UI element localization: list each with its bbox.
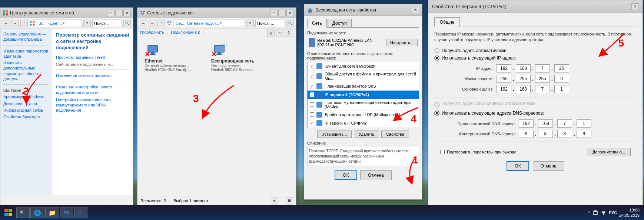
ip-o3[interactable]: 7 [535,64,550,72]
taskbar-item-explorer[interactable]: 📁 [45,207,59,218]
component-file-sharing[interactable]: Общий доступ к файлам и принтерам для се… [308,71,419,82]
checkbox-ms-client[interactable] [310,64,314,68]
close-btn-1[interactable]: ✕ [123,10,131,16]
adns-o2[interactable]: 8 [538,130,553,138]
back-btn-1[interactable]: ← [3,20,10,27]
gw-o3[interactable]: 7 [535,85,550,93]
adns-o4[interactable]: 8 [577,130,591,138]
broadband-link[interactable]: Настройка широкополосного, коммутируемог… [56,97,129,113]
sharing-settings-link[interactable]: Изменить дополнительные параметры общего… [3,60,49,81]
forward-btn-1[interactable]: → [11,20,19,27]
breadcrumb-se[interactable]: Се... [176,21,184,26]
sub-o4[interactable]: 0 [554,75,569,83]
search-btn-1[interactable]: 🔍 [123,20,131,27]
checkbox-multiplex[interactable] [310,102,314,107]
taskbar-item-browser[interactable]: 🌐 [30,207,44,218]
ip-o2[interactable]: 168 [516,64,531,72]
view-btn-sb[interactable]: ≡ [271,197,278,204]
sub-o1[interactable]: 255 [497,75,511,83]
ethernet-item[interactable]: ✕ Ethernet Сетевой кабель не подк... Rea… [141,42,200,190]
tab-access[interactable]: Доступ [328,19,352,27]
view-icons-btn[interactable]: ⊞ [267,30,275,37]
start-button[interactable] [1,207,15,219]
checkbox-ipv6[interactable] [310,121,314,125]
tab-network[interactable]: Сеть [307,19,327,28]
auto-dns-radio[interactable] [434,102,439,107]
properties-btn-3[interactable]: Свойства [381,131,409,138]
ok-btn-4[interactable]: ОК [507,161,529,171]
checkbox-file-share[interactable] [310,74,314,78]
tray-wifi-icon[interactable] [601,210,607,216]
remove-btn[interactable]: Удалить [354,131,379,138]
view-details-btn[interactable]: ≡ [276,30,283,37]
pdns-o4[interactable]: 1 [577,119,591,128]
refresh-btn-2[interactable]: ↺ [246,20,254,27]
gw-o4[interactable]: 1 [554,85,569,93]
close-btn-2[interactable]: ✕ [286,10,294,16]
search-field-2[interactable]: Поиск: ... [255,20,285,27]
refresh-btn-1[interactable]: ↺ [83,20,91,27]
gw-o1[interactable]: 192 [497,85,511,93]
install-btn[interactable]: Установить... [317,131,352,138]
address-field-2[interactable]: Се... › Сетевые подкл... ▾ [174,20,245,27]
network-params-link[interactable]: Изменение сетевых параме... [56,73,129,78]
tray-lang[interactable]: РУС [609,210,617,215]
tray-expand-btn[interactable]: ^ [588,210,590,215]
auto-ip-row[interactable]: Получить адрес автоматически [434,48,637,53]
gw-o2[interactable]: 168 [516,85,531,93]
component-ipv6[interactable]: IP версии 6 (TCP/IPv6) [308,119,419,128]
tray-network-icon[interactable] [592,210,598,216]
homepage-link[interactable]: Панель управления — домашняя страница [3,31,49,42]
manual-dns-radio[interactable] [434,111,439,116]
up-btn-2[interactable]: ↑ [157,20,165,27]
auto-dns-row[interactable]: Получить адрес DNS-сервера автоматически [434,101,637,108]
component-ipv4[interactable]: IP версии 4 (TCP/IPv4) [308,91,419,99]
up-btn-1[interactable]: ↑ [20,20,28,27]
close-btn-4[interactable]: ✕ [631,3,639,10]
taskbar-item-photoshop[interactable]: Ps [60,207,73,218]
sub-o2[interactable]: 255 [516,75,531,83]
minimize-btn-1[interactable]: ─ [107,10,114,16]
connect-to-btn[interactable]: Подключение к [171,30,200,35]
component-lldp[interactable]: Драйвер протокола LLDP (Майкрософт) [308,111,419,119]
taskbar-item-search[interactable]: 🔍 [16,207,30,218]
forward-btn-2[interactable]: → [149,20,156,27]
browser-props-link[interactable]: Свойства браузера [3,114,49,119]
pdns-o2[interactable]: 168 [538,119,553,128]
cancel-btn-3[interactable]: Отмена [360,170,392,180]
component-microsoft-client[interactable]: Клиент для сетей Microsoft [308,62,419,71]
pdns-o3[interactable]: 7 [557,119,572,128]
close-btn-3[interactable]: ✕ [412,7,419,13]
component-multiplex[interactable]: Протокол мультиплексора сетевого адаптер… [308,99,419,111]
adapter-settings-link[interactable]: Изменение параметров адаптера [3,48,49,59]
taskbar-item-word[interactable]: W [74,207,87,218]
adns-o1[interactable]: 8 [519,130,534,138]
additional-btn[interactable]: Дополнительно... [587,148,631,156]
sub-o3[interactable]: 255 [535,75,550,83]
breadcrumb-vs[interactable]: Вс... [39,21,47,26]
search-field-1[interactable]: Поиск... [92,20,122,27]
breadcrumb-net[interactable]: Сетевые подкл... [187,21,219,26]
active-networks-link[interactable]: Просмотр активных сетей [56,55,129,60]
checkbox-ipv4[interactable] [310,92,314,97]
address-field-1[interactable]: Вс... › Цент... ▾ [37,20,82,27]
configure-btn-3[interactable]: Настроить... [386,39,418,46]
create-connection-link[interactable]: Создание и настройка нового подключения … [56,84,129,95]
maximize-btn-1[interactable]: □ [115,10,123,16]
firewall-link[interactable]: Брандмауэр Windows [3,94,49,99]
minimize-btn-2[interactable]: ─ [270,10,278,16]
manual-ip-row[interactable]: Использовать следующий IP-адрес: [434,55,637,61]
help-btn[interactable]: ? [285,30,292,37]
checkbox-lldp[interactable] [310,112,314,117]
ip-o1[interactable]: 192 [497,64,511,72]
organize-btn[interactable]: Упорядочить [140,30,164,35]
search-btn-2[interactable]: 🔍 [286,20,294,27]
homegroup-link[interactable]: Домашняя группа [3,101,49,106]
checkbox-qos[interactable] [310,84,314,88]
manual-ip-radio[interactable] [434,55,439,61]
wireless-item[interactable]: )))) ✕ Беспроводная сеть Нет подключения… [208,42,267,190]
infrared-link[interactable]: Инфракрасная связь [3,108,49,113]
ok-btn-3[interactable]: ОК [335,170,357,180]
tab-general[interactable]: Общие [434,17,460,27]
adns-o3[interactable]: 8 [557,130,572,138]
